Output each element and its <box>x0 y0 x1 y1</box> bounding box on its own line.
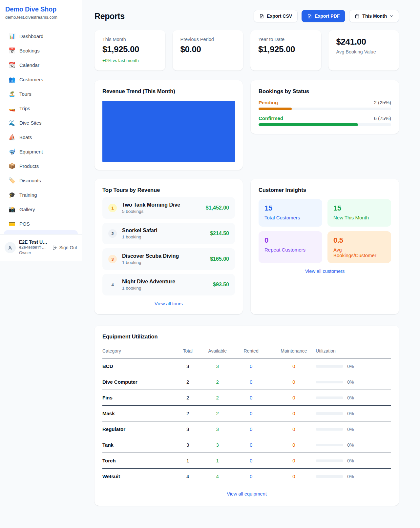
tile-label: Total Customers <box>264 215 316 220</box>
page-title: Reports <box>94 11 125 21</box>
tear-off-calendar-icon: 📆 <box>9 62 15 68</box>
tour-row: 2 Snorkel Safari 1 booking $214.50 <box>102 223 235 244</box>
table-row: Wetsuit 4 4 0 0 0% <box>102 469 391 484</box>
cell-category: Fins <box>102 390 171 406</box>
utilization-bar-track <box>316 365 343 368</box>
stat-label: Avg Booking Value <box>336 49 391 54</box>
column-header-utilization: Utilization <box>316 345 391 358</box>
logout-icon <box>52 245 57 250</box>
sidebar-item-pos[interactable]: 💳 POS <box>4 218 78 230</box>
cell-maintenance: 0 <box>272 358 316 374</box>
view-all-customers-link[interactable]: View all customers <box>259 269 391 274</box>
sidebar-item-label: Equipment <box>19 149 43 154</box>
cell-category: Regulator <box>102 421 171 437</box>
table-row: Tank 3 3 0 0 0% <box>102 437 391 453</box>
cell-maintenance: 0 <box>272 437 316 453</box>
status-bar-track <box>259 123 391 126</box>
stat-card-year-to-date: Year to Date $1,925.00 <box>250 30 321 71</box>
status-bar-fill-pending <box>259 108 292 110</box>
utilization-percent: 0% <box>347 458 354 463</box>
export-csv-button[interactable]: Export CSV <box>254 10 298 22</box>
tour-bookings: 1 booking <box>122 234 205 239</box>
cell-available: 1 <box>205 453 230 469</box>
user-role: Owner <box>19 250 49 256</box>
table-row: Torch 1 1 0 0 0% <box>102 453 391 469</box>
column-header-maintenance: Maintenance <box>272 345 316 358</box>
cell-utilization: 0% <box>316 469 391 484</box>
status-label: Confirmed <box>259 115 283 121</box>
utilization-percent: 0% <box>347 474 354 479</box>
avatar <box>5 242 16 253</box>
period-label: This Month <box>362 13 387 19</box>
sidebar: Demo Dive Shop demo.test.divestreams.com… <box>0 0 82 261</box>
tour-name: Two Tank Morning Dive <box>122 202 200 208</box>
sidebar-item-label: Customers <box>19 77 43 82</box>
sidebar-item-dive-sites[interactable]: 🌊 Dive Sites <box>4 117 78 129</box>
camera-flash-icon: 📸 <box>9 207 15 212</box>
cell-total: 4 <box>171 469 205 484</box>
tour-row: 1 Two Tank Morning Dive 5 bookings $1,45… <box>102 197 235 219</box>
cell-rented: 0 <box>230 358 272 374</box>
view-all-tours-link[interactable]: View all tours <box>102 301 235 306</box>
column-header-available: Available <box>205 345 230 358</box>
cell-total: 2 <box>171 406 205 421</box>
utilization-percent: 0% <box>347 379 354 385</box>
status-count: 6 (75%) <box>374 115 391 121</box>
sidebar-item-trips[interactable]: 🚤 Trips <box>4 102 78 114</box>
cell-maintenance: 0 <box>272 390 316 406</box>
stat-card-avg-booking-value: $241.00 Avg Booking Value <box>328 30 399 71</box>
export-pdf-button[interactable]: Export PDF <box>302 10 345 22</box>
bookings-by-status-card: Bookings by Status Pending 2 (25%) Confi… <box>251 80 399 134</box>
insights-row: Top Tours by Revenue 1 Two Tank Morning … <box>94 179 399 314</box>
tile-new-this-month: 15 New This Month <box>327 199 391 227</box>
revenue-trend-bar <box>102 101 235 162</box>
export-pdf-label: Export PDF <box>315 13 340 19</box>
cell-available: 2 <box>205 406 230 421</box>
sidebar-item-dashboard[interactable]: 📊 Dashboard <box>4 30 78 42</box>
sidebar-item-discounts[interactable]: 🏷️ Discounts <box>4 174 78 186</box>
tour-revenue: $1,452.00 <box>206 205 229 211</box>
sidebar-item-label: Training <box>19 192 37 198</box>
brand-name: Demo Dive Shop <box>5 6 76 13</box>
sidebar-item-equipment[interactable]: 🤿 Equipment <box>4 146 78 157</box>
view-all-equipment-link[interactable]: View all equipment <box>102 491 391 497</box>
tour-revenue: $214.50 <box>210 231 229 236</box>
sidebar-item-calendar[interactable]: 📆 Calendar <box>4 59 78 71</box>
sidebar-item-tours[interactable]: 🏝️ Tours <box>4 88 78 100</box>
stat-value: $241.00 <box>336 37 391 47</box>
sidebar-item-label: Tours <box>19 91 32 97</box>
cell-available: 3 <box>205 421 230 437</box>
sign-out-button[interactable]: Sign Out <box>52 245 77 250</box>
sidebar-item-products[interactable]: 📦 Products <box>4 160 78 172</box>
file-download-icon <box>307 14 312 19</box>
stat-cards-row: This Month $1,925.00 +0% vs last month P… <box>94 30 399 71</box>
customer-insights-card: Customer Insights 15 Total Customers 15 … <box>251 179 399 314</box>
cell-maintenance: 0 <box>272 374 316 390</box>
sidebar-item-boats[interactable]: ⛵ Boats <box>4 131 78 143</box>
credit-card-icon: 💳 <box>9 221 15 227</box>
sidebar-item-training[interactable]: 🎓 Training <box>4 189 78 201</box>
people-icon: 👥 <box>9 77 15 82</box>
cell-maintenance: 0 <box>272 421 316 437</box>
sidebar-item-label: Boats <box>19 134 32 140</box>
tile-total-customers: 15 Total Customers <box>259 199 322 227</box>
table-header-row: Category Total Available Rented Maintena… <box>102 345 391 358</box>
tour-bookings: 1 booking <box>122 260 205 265</box>
cell-rented: 0 <box>230 437 272 453</box>
sidebar-item-bookings[interactable]: 📅 Bookings <box>4 45 78 56</box>
stat-label: This Month <box>102 37 158 42</box>
tour-revenue: $165.00 <box>210 256 229 262</box>
tile-label: New This Month <box>333 215 385 220</box>
speedboat-icon: 🚤 <box>9 106 15 111</box>
utilization-bar-track <box>316 396 343 399</box>
stat-card-previous-period: Previous Period $0.00 <box>173 30 243 71</box>
sidebar-item-customers[interactable]: 👥 Customers <box>4 73 78 85</box>
sidebar-item-gallery[interactable]: 📸 Gallery <box>4 203 78 215</box>
cell-rented: 0 <box>230 374 272 390</box>
utilization-percent: 0% <box>347 427 354 432</box>
cell-available: 3 <box>205 437 230 453</box>
period-dropdown[interactable]: This Month <box>349 10 399 22</box>
tour-name: Discover Scuba Diving <box>122 253 205 259</box>
sidebar-nav: 📊 Dashboard 📅 Bookings 📆 Calendar 👥 Cust… <box>0 24 82 230</box>
sidebar-item-label: POS <box>19 221 30 227</box>
